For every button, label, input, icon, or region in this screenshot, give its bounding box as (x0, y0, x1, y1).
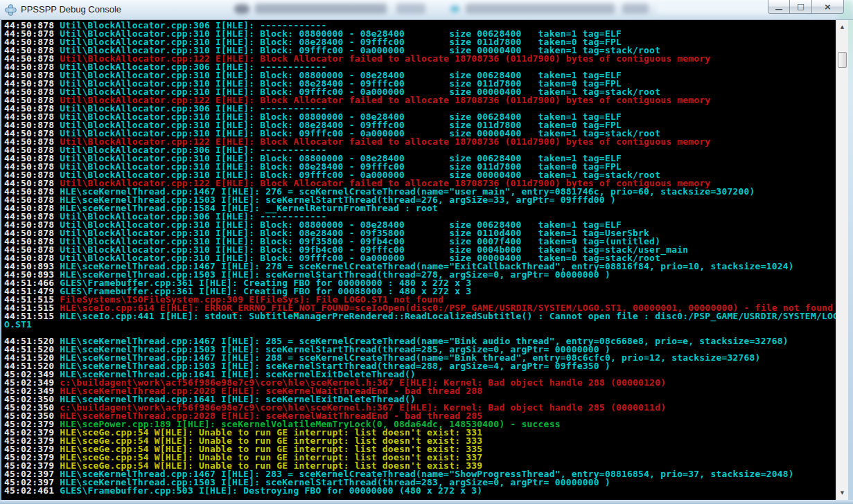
log: 44:50:878 Util\BlockAllocator.cpp:306 I[… (1, 20, 836, 495)
window-border-left (0, 20, 1, 500)
log-timestamp: 45:02:461 (4, 485, 60, 496)
log-row: 44:51:515 HLE\sceIo.cpp:441 I[HLE]: stdo… (4, 312, 836, 321)
close-button[interactable]: × (812, 0, 844, 14)
window-border-bottom (0, 500, 853, 504)
log-message: O.ST1 (4, 319, 32, 330)
ppsspp-app-icon (5, 4, 17, 16)
glass-reflection (657, 2, 775, 14)
log-message: GLES\Framebuffer.cpp:503 I[HLE]: Destroy… (60, 485, 482, 496)
scroll-down-icon: ▼ (841, 490, 844, 496)
glass-reflection (255, 3, 387, 14)
window-title: PPSSPP Debug Console (21, 4, 121, 15)
log-row: 45:02:461 GLES\Framebuffer.cpp:503 I[HLE… (4, 487, 836, 495)
minimize-button[interactable]: — (768, 0, 790, 14)
glass-reflection (622, 3, 649, 14)
scroll-up-icon: ▲ (841, 24, 844, 30)
titlebar[interactable]: PPSSPP Debug Console — □ × (0, 0, 853, 20)
maximize-button[interactable]: □ (790, 0, 812, 14)
window-controls: — □ × (768, 0, 844, 15)
glass-reflection (466, 3, 615, 14)
glass-reflection (396, 3, 425, 14)
window-border-right (848, 20, 853, 500)
console-output[interactable]: 44:50:878 Util\BlockAllocator.cpp:306 I[… (1, 20, 836, 500)
scroll-up-button[interactable]: ▲ (836, 21, 848, 33)
vertical-scrollbar[interactable]: ▲ ▼ (836, 20, 848, 500)
log-row: O.ST1 (4, 321, 836, 329)
debug-console-window: PPSSPP Debug Console — □ × 44:50:878 Uti… (0, 0, 853, 504)
scroll-thumb[interactable] (838, 52, 847, 68)
minimize-icon: — (775, 5, 783, 14)
scroll-down-button[interactable]: ▼ (836, 487, 848, 498)
maximize-icon: □ (797, 2, 804, 11)
glass-reflection (450, 6, 459, 12)
glass-reflection (234, 4, 249, 14)
log-message: HLE\sceIo.cpp:441 I[HLE]: stdout: Subtit… (60, 311, 836, 321)
close-icon: × (824, 1, 832, 12)
